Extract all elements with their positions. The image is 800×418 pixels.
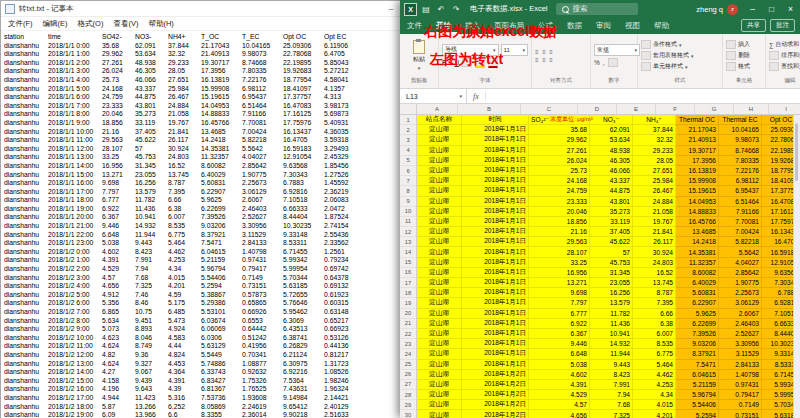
undo-icon[interactable]: ↶ <box>435 5 447 14</box>
excel-cell[interactable]: Thermal EC <box>719 115 762 125</box>
row-number[interactable]: 19 <box>400 298 417 308</box>
excel-cell[interactable]: 28.05 <box>633 156 676 166</box>
excel-cell[interactable]: 7.70081 <box>719 217 762 227</box>
excel-cell[interactable]: 5.21159 <box>676 380 719 390</box>
excel-cell[interactable]: 5.5642 <box>719 247 762 257</box>
excel-cell[interactable]: 2018年1月1日 <box>462 339 529 349</box>
column-header-C[interactable]: C <box>521 104 578 114</box>
excel-cell[interactable]: 24.884 <box>633 197 676 207</box>
excel-cell[interactable]: 9.698 <box>529 288 590 298</box>
row-number[interactable]: 26 <box>400 370 417 380</box>
excel-cell[interactable]: SO₄²⁻浓度单位: μg/m³ <box>529 115 590 125</box>
excel-cell[interactable]: 2018年1月1日 <box>462 156 529 166</box>
comments-button[interactable]: 批注 <box>770 19 795 32</box>
excel-cell[interactable]: 46.305 <box>590 156 633 166</box>
excel-cell[interactable]: 6.367 <box>529 329 590 339</box>
column-header-D[interactable]: D <box>578 104 617 114</box>
excel-cell[interactable]: 62.091 <box>590 125 633 135</box>
excel-cell[interactable]: 6.775 <box>633 349 676 359</box>
excel-cell[interactable]: 25.73 <box>529 166 590 176</box>
excel-cell[interactable]: 7.80335 <box>719 156 762 166</box>
column-header-A[interactable]: A <box>417 104 458 114</box>
align-top-icons[interactable]: ≡ ≡ ≡ <box>535 49 554 55</box>
excel-cell[interactable]: 9.98073 <box>719 135 762 145</box>
excel-cell[interactable]: 4.04027 <box>719 258 762 268</box>
excel-cell[interactable]: 2018年1月2日 <box>462 370 529 380</box>
sort-filter-button[interactable]: 排序和筛选 <box>769 51 800 60</box>
excel-cell[interactable]: 淀山湖 <box>417 197 462 207</box>
excel-cell[interactable]: 29.233 <box>633 146 676 156</box>
excel-cell[interactable]: 3.30956 <box>719 339 762 349</box>
excel-cell[interactable]: 8.37921 <box>676 349 719 359</box>
excel-cell[interactable]: 17.3956 <box>676 156 719 166</box>
excel-cell[interactable]: 2018年1月1日 <box>462 319 529 329</box>
excel-cell[interactable]: 19.30717 <box>676 146 719 156</box>
row-number[interactable]: 30 <box>400 410 417 418</box>
row-number[interactable]: 6 <box>400 166 417 176</box>
excel-cell[interactable]: 24.168 <box>529 176 590 186</box>
excel-cell[interactable]: 13.745 <box>633 278 676 288</box>
excel-cell[interactable]: 13.4685 <box>676 227 719 237</box>
excel-cell[interactable]: 11.944 <box>590 349 633 359</box>
excel-cell[interactable]: 32.32 <box>633 135 676 145</box>
excel-cell[interactable]: 2018年1月1日 <box>462 360 529 370</box>
excel-cell[interactable]: 7.22176 <box>719 166 762 176</box>
excel-cell[interactable]: 5.60831 <box>676 288 719 298</box>
excel-cell[interactable]: 7.395 <box>633 298 676 308</box>
excel-cell[interactable]: 6.95437 <box>719 186 762 196</box>
column-header-E[interactable]: E <box>617 104 656 114</box>
excel-cell[interactable]: 27.651 <box>633 166 676 176</box>
excel-cell[interactable]: 6.98112 <box>719 176 762 186</box>
excel-cell[interactable]: 淀山湖 <box>417 410 462 418</box>
excel-cell[interactable]: 2.85642 <box>719 268 762 278</box>
excel-cell[interactable]: 31.345 <box>590 268 633 278</box>
find-select-button[interactable]: 查找和选择 <box>769 62 800 71</box>
excel-cell[interactable]: 淀山湖 <box>417 125 462 135</box>
minimize-button[interactable]: – <box>743 0 762 18</box>
excel-cell[interactable]: 33.119 <box>590 217 633 227</box>
excel-cell[interactable]: 6.648 <box>529 349 590 359</box>
excel-cell[interactable]: 2018年1月1日 <box>462 125 529 135</box>
excel-cell[interactable]: 11.782 <box>590 309 633 319</box>
excel-cell[interactable]: 43.337 <box>590 176 633 186</box>
excel-cell[interactable]: 2018年1月2日 <box>462 410 529 418</box>
excel-cell[interactable]: 4.529 <box>529 390 590 400</box>
excel-cell[interactable]: 3.11529 <box>719 349 762 359</box>
excel-cell[interactable]: 2018年1月1日 <box>462 197 529 207</box>
excel-cell[interactable]: 35.68 <box>529 125 590 135</box>
excel-cell[interactable]: 23.333 <box>529 197 590 207</box>
excel-cell[interactable]: 淀山湖 <box>417 156 462 166</box>
row-number[interactable]: 28 <box>400 390 417 400</box>
excel-cell[interactable]: 7.325 <box>590 410 633 418</box>
excel-cell[interactable]: 30.924 <box>633 247 676 257</box>
menu-item[interactable]: 编辑(E) <box>38 19 73 29</box>
excel-cell[interactable]: 淀山湖 <box>417 298 462 308</box>
excel-cell[interactable]: 淀山湖 <box>417 258 462 268</box>
excel-cell[interactable]: 45.622 <box>590 237 633 247</box>
excel-cell[interactable]: 29.563 <box>529 237 590 247</box>
row-number[interactable]: 24 <box>400 349 417 359</box>
excel-cell[interactable]: 8.535 <box>633 339 676 349</box>
excel-cell[interactable]: 8.74668 <box>719 146 762 156</box>
excel-cell[interactable]: 淀山湖 <box>417 146 462 156</box>
scrollbar-thumb[interactable] <box>795 123 798 181</box>
excel-cell[interactable]: 25.984 <box>633 176 676 186</box>
excel-cell[interactable]: 淀山湖 <box>417 400 462 410</box>
delete-cells-button[interactable]: 删除 <box>726 51 762 60</box>
excel-cell[interactable]: NH₄⁺ <box>633 115 676 125</box>
insert-cells-button[interactable]: 插入 <box>726 40 762 49</box>
excel-cell[interactable]: 淀山湖 <box>417 247 462 257</box>
excel-cell[interactable]: 淀山湖 <box>417 186 462 196</box>
align-bottom-icons[interactable]: ≡ ≡ ≡ <box>535 57 554 63</box>
comma-style-button[interactable]: , <box>603 59 605 66</box>
paste-button[interactable]: 粘贴 ▾ <box>413 40 425 71</box>
excel-cell[interactable]: 7.991 <box>590 380 633 390</box>
excel-cell[interactable]: 5.464 <box>633 360 676 370</box>
excel-cell[interactable]: 16.45766 <box>676 217 719 227</box>
excel-cell[interactable]: 淀山湖 <box>417 176 462 186</box>
tab-帮助[interactable]: 帮助 <box>647 19 676 34</box>
excel-cell[interactable]: 11.32357 <box>676 258 719 268</box>
menu-item[interactable]: 文件(F) <box>3 19 38 29</box>
excel-cell[interactable]: 淀山湖 <box>417 207 462 217</box>
excel-cell[interactable]: 淀山湖 <box>417 268 462 278</box>
